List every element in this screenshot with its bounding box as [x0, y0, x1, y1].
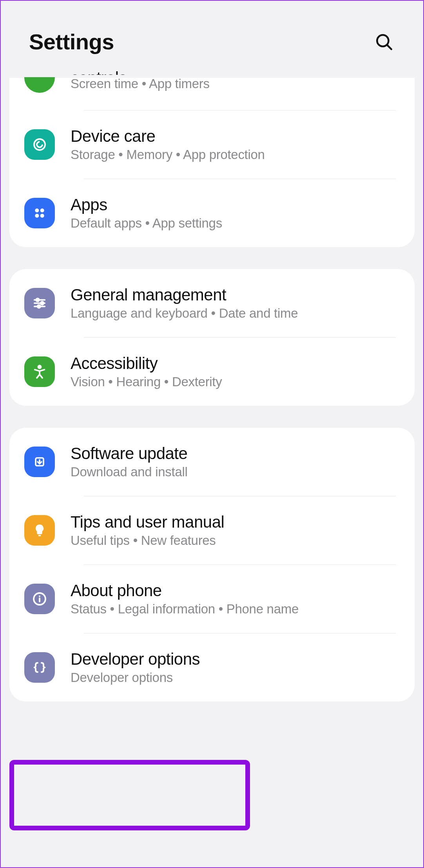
row-accessibility[interactable]: Accessibility Vision • Hearing • Dexteri…	[9, 338, 415, 406]
settings-group-1: controls Screen time • App timers Device…	[9, 78, 415, 247]
row-text: General management Language and keyboard…	[71, 286, 298, 321]
row-text: Developer options Developer options	[71, 650, 200, 685]
row-title: Tips and user manual	[71, 513, 224, 532]
row-text: About phone Status • Legal information •…	[71, 581, 299, 617]
row-title: Device care	[71, 127, 265, 146]
row-text: Accessibility Vision • Hearing • Dexteri…	[71, 354, 222, 389]
tip-icon	[24, 515, 55, 546]
row-subtitle: Useful tips • New features	[71, 533, 224, 548]
row-title: General management	[71, 286, 298, 304]
svg-point-10	[41, 302, 44, 305]
row-text: Tips and user manual Useful tips • New f…	[71, 513, 224, 548]
row-text: Software update Download and install	[71, 444, 188, 479]
row-title: Developer options	[71, 650, 200, 669]
svg-point-5	[35, 214, 39, 218]
row-text: controls Screen time • App timers	[71, 80, 210, 91]
row-tips[interactable]: Tips and user manual Useful tips • New f…	[9, 496, 415, 564]
row-subtitle: Screen time • App timers	[71, 76, 210, 91]
row-subtitle: Vision • Hearing • Dexterity	[71, 374, 222, 389]
row-about-phone[interactable]: About phone Status • Legal information •…	[9, 565, 415, 633]
sliders-icon	[24, 288, 55, 318]
search-button[interactable]	[373, 31, 395, 53]
header: Settings	[1, 1, 423, 78]
row-developer-options[interactable]: Developer options Developer options	[9, 633, 415, 702]
svg-point-12	[38, 305, 41, 308]
dev-icon	[24, 652, 55, 683]
highlight-developer-options	[9, 760, 250, 830]
row-subtitle: Developer options	[71, 670, 200, 685]
row-title: controls	[71, 69, 210, 75]
accessibility-icon	[24, 356, 55, 387]
svg-point-4	[40, 208, 44, 212]
row-subtitle: Download and install	[71, 465, 188, 479]
svg-point-13	[38, 365, 41, 368]
svg-line-1	[387, 45, 391, 49]
wellbeing-icon	[24, 77, 55, 93]
row-general-management[interactable]: General management Language and keyboard…	[9, 269, 415, 337]
row-title: About phone	[71, 581, 299, 600]
row-subtitle: Status • Legal information • Phone name	[71, 602, 299, 617]
row-subtitle: Default apps • App settings	[71, 216, 222, 231]
row-apps[interactable]: Apps Default apps • App settings	[9, 179, 415, 247]
svg-point-8	[36, 298, 39, 302]
row-subtitle: Language and keyboard • Date and time	[71, 306, 298, 321]
settings-group-2: General management Language and keyboard…	[9, 269, 415, 406]
row-device-care[interactable]: Device care Storage • Memory • App prote…	[9, 110, 415, 179]
info-icon	[24, 584, 55, 614]
row-title: Apps	[71, 195, 222, 214]
svg-point-2	[34, 139, 45, 150]
svg-rect-15	[38, 535, 41, 536]
svg-point-3	[35, 208, 39, 212]
svg-point-18	[39, 595, 40, 597]
device-care-icon	[24, 129, 55, 160]
row-digital-wellbeing[interactable]: controls Screen time • App timers	[9, 78, 415, 110]
row-text: Device care Storage • Memory • App prote…	[71, 127, 265, 162]
row-title: Software update	[71, 444, 188, 463]
row-title: Accessibility	[71, 354, 222, 373]
row-software-update[interactable]: Software update Download and install	[9, 428, 415, 496]
settings-group-3: Software update Download and install Tip…	[9, 428, 415, 702]
apps-icon	[24, 198, 55, 228]
page-title: Settings	[29, 29, 114, 54]
update-icon	[24, 447, 55, 477]
svg-point-6	[40, 214, 44, 218]
row-subtitle: Storage • Memory • App protection	[71, 147, 265, 162]
search-icon	[374, 32, 394, 52]
row-text: Apps Default apps • App settings	[71, 195, 222, 231]
